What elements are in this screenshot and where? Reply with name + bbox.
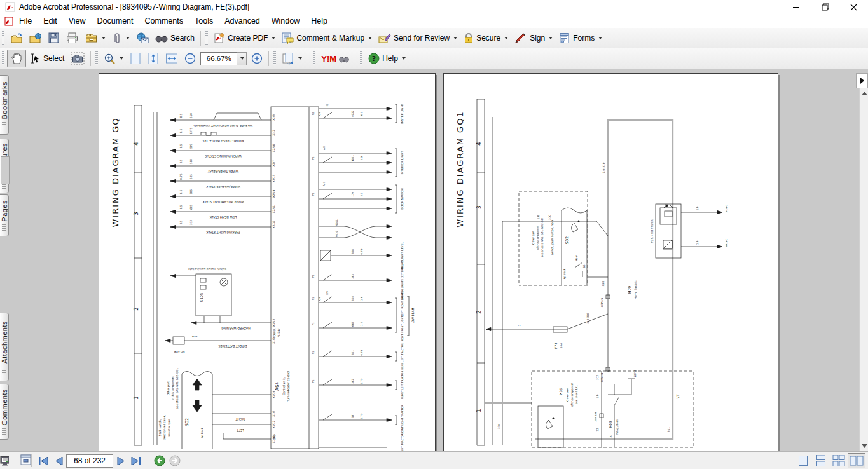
continuous-layout-button[interactable] <box>812 453 830 468</box>
zoom-level-input[interactable]: 66.67% <box>200 52 237 65</box>
hide-pane-button[interactable] <box>856 73 868 88</box>
dropdown-caret[interactable] <box>272 37 275 39</box>
secure-button[interactable]: Secure <box>460 29 511 47</box>
help-button[interactable]: ?Help <box>365 50 409 67</box>
pin-label: X1/12 <box>272 421 275 429</box>
forms-button[interactable]: Forms <box>556 29 605 47</box>
snapshot-tool-button[interactable] <box>67 50 88 67</box>
next-view-button[interactable] <box>167 454 183 468</box>
window-options-icon[interactable] <box>20 454 31 465</box>
toolbar-grip[interactable] <box>2 51 4 65</box>
toolbar-grip[interactable] <box>360 51 362 65</box>
yahoo-search-button[interactable]: Y!M <box>318 50 352 67</box>
pdf-page-right[interactable]: WIRING DIAGRAM GQ1 4 3 2 1 Other part of… <box>443 73 778 452</box>
continuous-facing-layout-button[interactable] <box>830 453 848 468</box>
zoom-in-button[interactable] <box>248 50 266 67</box>
save-button[interactable] <box>45 29 63 47</box>
scrollbar-thumb[interactable] <box>1 156 10 184</box>
email-button[interactable] <box>133 29 152 47</box>
attach-button[interactable] <box>109 29 133 47</box>
f74-rating: 16A <box>560 343 563 348</box>
pdf-page-left[interactable]: WIRING DIAGRAM GQ 4 3 2 1 WASHER PUMP HE… <box>99 73 436 452</box>
menu-file[interactable]: File <box>13 14 38 28</box>
menu-edit[interactable]: Edit <box>38 14 63 28</box>
screen-mode-icon[interactable] <box>0 456 9 466</box>
search-button[interactable]: Search <box>152 29 198 47</box>
toolbar-grip[interactable] <box>95 51 98 65</box>
hand-tool-button[interactable] <box>7 50 26 67</box>
vertical-scrollbar[interactable] <box>859 88 868 451</box>
menu-advanced[interactable]: Advanced <box>219 14 266 28</box>
zoom-tool-button[interactable] <box>100 50 127 67</box>
wire-size: 0.75 <box>360 248 363 254</box>
page-display-icon <box>282 52 294 65</box>
last-page-button[interactable] <box>128 454 144 468</box>
menu-comments[interactable]: Comments <box>139 14 189 28</box>
menu-help[interactable]: Help <box>305 14 333 28</box>
sidebar-tab-pages[interactable]: Pages <box>0 194 9 236</box>
open-web-button[interactable] <box>26 29 45 47</box>
load-label: RIGHT FRONT LIGHTS <box>401 314 404 342</box>
dropdown-caret[interactable] <box>453 37 457 39</box>
sign-button[interactable]: Sign <box>511 29 556 47</box>
menu-window[interactable]: Window <box>266 14 305 28</box>
pin-label: X2/14 <box>272 190 275 198</box>
toolbar-grip[interactable] <box>313 51 315 65</box>
zoom-level-caret[interactable] <box>237 52 247 65</box>
dropdown-caret[interactable] <box>298 57 302 60</box>
close-button[interactable] <box>839 0 868 14</box>
menu-document[interactable]: Document <box>92 14 139 28</box>
menu-tools[interactable]: Tools <box>189 14 219 28</box>
next-page-button[interactable] <box>113 454 128 468</box>
select-ibeam-icon <box>29 53 41 64</box>
page-display-button[interactable] <box>279 50 305 67</box>
toolbar-grip[interactable] <box>2 31 4 45</box>
restore-button[interactable] <box>811 0 839 14</box>
adr-label: ADR <box>191 335 197 338</box>
sidebar-tab-attachments[interactable]: Attachments <box>0 313 9 381</box>
first-page-button[interactable] <box>36 454 51 468</box>
sidebar-tab-bookmarks[interactable]: Bookmarks <box>0 75 9 135</box>
open-button[interactable] <box>7 29 26 47</box>
pin-label: 227.4 <box>633 370 637 377</box>
scroll-down-arrow[interactable] <box>860 441 868 451</box>
dropdown-caret[interactable] <box>402 57 406 60</box>
comment-markup-button[interactable]: Comment & Markup <box>279 29 375 47</box>
pin-label: G4 <box>318 297 321 301</box>
fit-width-button[interactable] <box>162 50 181 67</box>
fit-height-button[interactable] <box>144 50 162 67</box>
scroll-up-arrow[interactable] <box>860 88 868 99</box>
dropdown-caret[interactable] <box>120 57 123 60</box>
send-for-review-label: Send for Review <box>394 34 450 43</box>
toolbar-grip[interactable] <box>273 51 276 65</box>
previous-page-button[interactable] <box>51 454 66 468</box>
dropdown-caret[interactable] <box>368 37 372 39</box>
send-for-review-button[interactable]: Send for Review <box>375 29 460 47</box>
load-label: LOW BEAM <box>411 308 415 323</box>
load-label: INTERIOR LIGHT <box>401 151 404 174</box>
help-icon: ? <box>368 53 380 64</box>
tab-grip <box>2 224 6 231</box>
create-pdf-button[interactable]: Create PDF <box>210 29 279 47</box>
fit-page-button[interactable] <box>127 50 144 67</box>
print-button[interactable] <box>63 29 82 47</box>
page-number-input[interactable]: 68 of 232 <box>66 454 113 468</box>
previous-view-button[interactable] <box>152 454 167 468</box>
dropdown-caret[interactable] <box>102 37 106 39</box>
wire-size: 0.5 <box>360 156 363 160</box>
toolbar-grip[interactable] <box>205 31 208 45</box>
grid-number: 4 <box>476 142 482 146</box>
minimize-button[interactable] <box>782 0 811 14</box>
dropdown-caret[interactable] <box>504 37 508 39</box>
menu-view[interactable]: View <box>63 14 92 28</box>
comment-bubble-icon <box>282 32 294 44</box>
sidebar-tab-comments[interactable]: Comments <box>0 384 9 440</box>
select-tool-button[interactable]: Select <box>26 50 67 67</box>
single-page-layout-button[interactable] <box>794 453 812 468</box>
dropdown-caret[interactable] <box>126 37 130 39</box>
zoom-out-button[interactable] <box>181 50 199 67</box>
organizer-button[interactable] <box>82 29 109 47</box>
dropdown-caret[interactable] <box>598 37 602 39</box>
dropdown-caret[interactable] <box>549 37 553 39</box>
facing-layout-button[interactable] <box>848 453 865 468</box>
